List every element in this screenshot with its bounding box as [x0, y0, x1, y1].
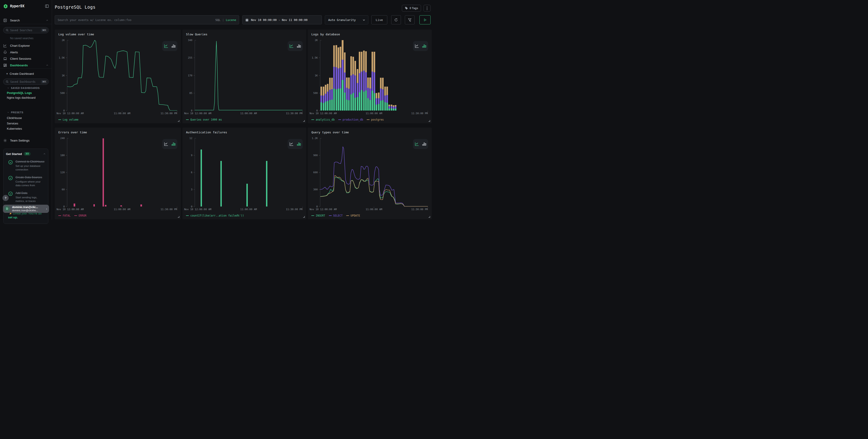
resize-handle[interactable]	[178, 120, 179, 122]
sidebar-item-search[interactable]: Search	[0, 18, 52, 23]
resize-handle[interactable]	[303, 120, 305, 122]
chart-plot[interactable]: 129630	[195, 138, 303, 207]
bar-view-icon[interactable]	[171, 44, 176, 48]
saved-dashboards-field[interactable]	[10, 80, 41, 84]
live-button[interactable]: Live	[371, 15, 387, 24]
legend-label: ERROR	[79, 214, 87, 217]
bar-segment-analytics_db	[336, 89, 337, 111]
chart-title: Log volume over time	[58, 33, 94, 36]
bar-segment-postgres	[359, 52, 361, 73]
sidebar-item-kubernetes[interactable]: Kubernetes	[7, 127, 22, 130]
bar-segment-postgres	[348, 77, 350, 89]
y-axis-label: 240	[60, 137, 65, 140]
bar-segment-analytics_db	[327, 101, 329, 111]
y-axis-tick	[193, 58, 195, 58]
run-query-button[interactable]	[420, 15, 431, 24]
bar-view-icon[interactable]	[422, 44, 427, 48]
section-presets[interactable]: PRESETS	[7, 111, 24, 114]
refresh-button[interactable]	[391, 15, 401, 24]
chart-plot[interactable]: 240180120600	[67, 138, 177, 207]
legend-swatch	[367, 120, 370, 120]
tags-button[interactable]: 0 Tags	[402, 5, 421, 12]
user-menu[interactable]: D dominic.tran@clic... dominic.tran@clic…	[3, 205, 49, 213]
saved-dashboards-input[interactable]: ⌘K	[3, 79, 49, 85]
line-view-icon[interactable]	[289, 142, 294, 146]
saved-searches-input[interactable]: ⌘K	[3, 27, 49, 33]
collapse-sidebar-icon[interactable]	[45, 4, 49, 8]
bar-segment-postgres	[376, 93, 377, 98]
legend-item: Queries over 1000 ms	[186, 118, 222, 121]
resize-handle[interactable]	[178, 216, 179, 218]
create-dashboard-label: Create Dashboard	[9, 72, 34, 75]
get-started-step[interactable]: Add Data Start sending logs, metrics, or…	[6, 191, 46, 203]
date-range-picker[interactable]: Nov 10 00:00:00 - Nov 11 00:00:00	[242, 15, 322, 24]
bar-segment-production_db	[393, 107, 394, 108]
bar	[93, 204, 95, 207]
resize-handle[interactable]	[429, 216, 430, 218]
chevron-up-icon[interactable]	[43, 153, 46, 155]
event-search-input[interactable]	[58, 18, 215, 22]
filter-button[interactable]	[405, 15, 414, 24]
chart-plot[interactable]: 2K1.5K1K5000	[320, 40, 428, 111]
sql-mode-toggle[interactable]: SQL	[215, 18, 221, 22]
chart-title: Query types over time	[311, 131, 349, 134]
bar-segment-postgres	[344, 53, 346, 72]
sidebar-item-services[interactable]: Services	[7, 122, 18, 125]
y-axis-label: 12	[189, 137, 192, 140]
calendar-icon	[245, 18, 249, 22]
resize-handle[interactable]	[303, 216, 305, 218]
more-options-button[interactable]	[424, 5, 431, 12]
bar-view-icon[interactable]	[171, 142, 176, 146]
line-view-icon[interactable]	[164, 44, 168, 48]
chart-legend: countIf(like(arr..ation failed%'))	[186, 214, 244, 217]
chart-legend: analytics_dbproduction_dbpostgres	[311, 118, 384, 121]
bar-segment-postgres	[374, 52, 375, 72]
lucene-mode-toggle[interactable]: Lucene	[226, 18, 236, 22]
y-axis-label: 2K	[315, 39, 318, 42]
step-title: Connect to ClickHouse	[16, 160, 46, 164]
bar-segment-analytics_db	[382, 100, 383, 111]
sidebar-item-team-settings[interactable]: Team Settings	[0, 138, 52, 143]
bar-segment-production_db	[357, 83, 358, 97]
legend-label: INSERT	[316, 214, 325, 217]
get-started-step[interactable]: Create Data Sources Configure where your…	[6, 175, 46, 187]
saved-searches-field[interactable]	[10, 29, 41, 32]
line-view-icon[interactable]	[289, 44, 294, 48]
y-axis-label: 0	[191, 109, 192, 112]
section-saved-dashboards[interactable]: SAVED DASHBOARDS	[7, 87, 40, 89]
section-label: PRESETS	[11, 111, 24, 114]
sidebar-item-dashboards[interactable]: Dashboards	[0, 62, 52, 68]
granularity-select[interactable]: Auto Granularity	[325, 15, 368, 24]
chart-plot[interactable]: 1.2K9006003000	[320, 138, 428, 207]
sidebar-item-postgresql-logs[interactable]: PostgreSQL Logs	[7, 91, 32, 95]
series-INSERT	[320, 178, 428, 207]
chart-plot[interactable]: 2K1.5K1K5000	[67, 40, 177, 111]
create-dashboard-button[interactable]: + Create Dashboard	[0, 71, 52, 76]
chart-view-toggle	[413, 139, 428, 149]
chart-plot[interactable]: 340255170850	[195, 40, 303, 111]
line-view-icon[interactable]	[414, 44, 419, 48]
bar-segment-analytics_db	[344, 93, 346, 111]
event-search-bar[interactable]: SQL | Lucene	[55, 15, 239, 24]
bar-view-icon[interactable]	[297, 44, 301, 48]
sidebar-item-client-sessions[interactable]: Client Sessions	[0, 56, 52, 61]
legend-swatch	[58, 215, 61, 216]
y-axis-label: 1.5K	[59, 56, 65, 59]
dashboard-grid-icon	[3, 63, 7, 67]
chart-legend: INSERTSELECTUPDATE	[311, 214, 360, 217]
y-axis-label: 0	[63, 205, 65, 208]
sidebar-item-clickhouse[interactable]: ClickHouse	[7, 116, 22, 120]
line-view-icon[interactable]	[164, 142, 168, 146]
resize-handle[interactable]	[429, 120, 430, 122]
get-started-step[interactable]: Connect to ClickHouse Set up your databa…	[6, 160, 46, 171]
sidebar-item-label: Chart Explorer	[10, 44, 49, 48]
bar-view-icon[interactable]	[422, 142, 427, 146]
y-axis-tick	[193, 75, 195, 76]
sidebar-item-chart-explorer[interactable]: Chart Explorer	[0, 43, 52, 48]
x-axis-label: 11:00:00 AM	[114, 208, 130, 211]
line-view-icon[interactable]	[414, 142, 419, 146]
help-button[interactable]: ?	[2, 195, 9, 201]
sidebar-item-alerts[interactable]: Alerts	[0, 50, 52, 55]
sidebar-item-nginx-dashboard[interactable]: Nginx logs dashboard	[7, 96, 36, 99]
bar-view-icon[interactable]	[297, 142, 301, 146]
